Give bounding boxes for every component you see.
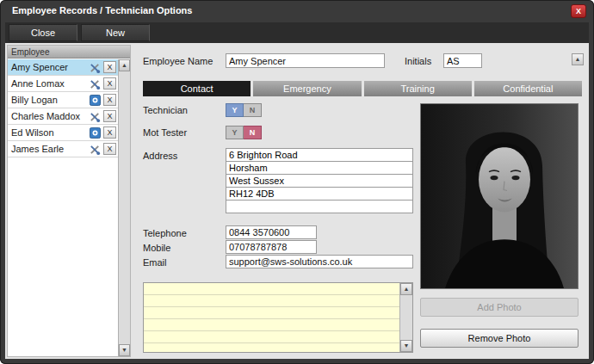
scroll-up-icon[interactable]: ▲ [119, 59, 130, 71]
employee-row[interactable]: Amy Spencer X [8, 59, 118, 76]
employee-name-input[interactable] [226, 53, 385, 68]
remove-employee-button[interactable]: X [103, 126, 116, 139]
remove-employee-button[interactable]: X [103, 110, 116, 122]
scroll-down-icon[interactable]: ▼ [119, 344, 130, 356]
scroll-up-icon[interactable]: ▲ [400, 283, 412, 295]
remove-employee-button[interactable]: X [103, 61, 116, 73]
employee-photo [420, 103, 579, 289]
telephone-input[interactable] [226, 225, 317, 239]
mot-tester-label: Mot Tester [143, 127, 187, 138]
employee-list-panel: Employee Amy Spencer X Anne Lomax X Bill… [7, 45, 131, 357]
content-area: Employee Amy Spencer X Anne Lomax X Bill… [5, 43, 589, 359]
email-label: Email [143, 257, 167, 268]
address-line-input[interactable] [226, 187, 413, 201]
remove-employee-button[interactable]: X [103, 94, 116, 106]
employee-list: Amy Spencer X Anne Lomax X Billy Logan X… [8, 59, 118, 356]
scrollbar-track[interactable] [400, 295, 412, 340]
tab-training[interactable]: Training [364, 81, 472, 96]
new-button[interactable]: New [81, 24, 150, 41]
mobile-label: Mobile [143, 243, 170, 253]
employee-row[interactable]: Charles Maddox X [8, 108, 118, 125]
employee-row[interactable]: James Earle X [8, 141, 118, 157]
technician-icon [89, 77, 102, 89]
employee-row-name: Charles Maddox [8, 111, 89, 121]
employee-row[interactable]: Ed Wilson X [8, 125, 118, 141]
notes-area[interactable] [144, 283, 399, 352]
notes-scrollbar[interactable]: ▲ ▼ [399, 283, 412, 352]
employee-name-label: Employee Name [143, 56, 213, 66]
employee-row[interactable]: Billy Logan X [8, 92, 118, 108]
mot-tester-icon [89, 94, 102, 106]
scroll-down-icon[interactable]: ▼ [400, 340, 412, 352]
employee-list-scrollbar[interactable]: ▲ ▼ [118, 59, 130, 356]
notes-panel: ▲ ▼ [143, 282, 413, 353]
technician-label: Technician [143, 105, 188, 115]
remove-employee-button[interactable]: X [103, 77, 116, 89]
employee-row-name: Anne Lomax [8, 78, 89, 89]
toolbar: Close New [5, 22, 589, 43]
technician-yes-button[interactable]: Y [226, 103, 244, 117]
employee-row-name: Ed Wilson [8, 127, 89, 138]
address-line-input[interactable] [226, 161, 413, 175]
email-input[interactable] [226, 255, 413, 268]
mot-tester-no-button[interactable]: N [244, 126, 262, 139]
mot-tester-icon [89, 126, 102, 139]
initials-label: Initials [405, 56, 431, 66]
scrollbar-track[interactable] [119, 71, 130, 344]
address-line-input[interactable] [226, 174, 413, 188]
add-photo-button[interactable]: Add Photo [420, 298, 579, 317]
technician-icon [89, 110, 102, 122]
mot-tester-toggle: Y N [226, 126, 262, 139]
remove-employee-button[interactable]: X [103, 143, 116, 155]
address-fields [226, 148, 413, 213]
address-label: Address [143, 151, 177, 161]
employee-row[interactable]: Anne Lomax X [8, 76, 118, 92]
titlebar: Employee Records / Technician Options X [0, 0, 594, 22]
employee-detail-panel: Employee Name Initials ▲ Contact Emergen… [136, 45, 587, 357]
employee-row-name: Amy Spencer [8, 62, 89, 72]
tab-emergency[interactable]: Emergency [253, 81, 361, 96]
technician-toggle: Y N [226, 103, 262, 117]
detail-tabs: Contact Emergency Training Confidential [143, 81, 582, 96]
address-line-input[interactable] [226, 200, 413, 213]
employee-row-name: Billy Logan [8, 95, 89, 105]
window-title: Employee Records / Technician Options [12, 5, 192, 15]
form-scroll-up-button[interactable]: ▲ [572, 53, 584, 65]
close-button[interactable]: Close [9, 24, 77, 41]
employee-list-header: Employee [8, 46, 130, 59]
tab-contact[interactable]: Contact [143, 81, 251, 96]
window-close-button[interactable]: X [571, 4, 586, 18]
tab-confidential[interactable]: Confidential [474, 81, 582, 96]
telephone-label: Telephone [143, 228, 187, 238]
remove-photo-button[interactable]: Remove Photo [420, 329, 579, 348]
address-line-input[interactable] [226, 148, 413, 162]
initials-input[interactable] [443, 53, 482, 68]
window: Employee Records / Technician Options X … [0, 0, 594, 364]
employee-row-name: James Earle [8, 144, 89, 154]
mot-tester-yes-button[interactable]: Y [226, 126, 244, 139]
technician-no-button[interactable]: N [244, 103, 262, 117]
technician-icon [89, 61, 102, 73]
mobile-input[interactable] [226, 240, 317, 254]
technician-icon [89, 143, 102, 155]
